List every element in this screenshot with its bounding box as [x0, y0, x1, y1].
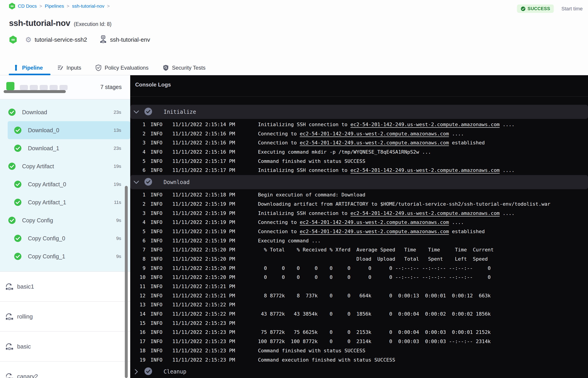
log-line-number: 2 [130, 200, 146, 209]
stage-duration: 9s [116, 218, 121, 223]
breadcrumb-link-pipeline-name[interactable]: ssh-tutorial-nov [72, 3, 105, 9]
log-level: INFO [150, 138, 167, 148]
log-line-number: 10 [130, 273, 146, 282]
breadcrumb-separator: > [107, 4, 110, 9]
log-line: 5INFO11/11/2022 2:15:17 PMCommand finish… [130, 157, 588, 166]
log-message: Executing command mkdir -p /tmp/WYQNESE_… [258, 148, 431, 157]
log-line: 2INFO11/11/2022 2:15:16 PMConnecting to … [130, 129, 588, 138]
log-message: 0 0 0 0 0 0 0 0 --:--:-- --:--:-- --:--:… [258, 273, 491, 282]
log-host-link[interactable]: ec2-54-201-142-249.us-west-2.compute.ama… [300, 219, 449, 225]
log-host-link[interactable]: ec2-54-201-142-249.us-west-2.compute.ama… [350, 167, 500, 173]
section-toggle[interactable] [133, 369, 139, 375]
log-line: 7INFO11/11/2022 2:15:20 PM % Total % Rec… [130, 245, 588, 255]
pipeline-item-basic[interactable]: basic [0, 332, 130, 362]
stage-row-download-0[interactable]: Download_013s [8, 121, 130, 139]
policy-shield-icon [95, 64, 101, 71]
log-level: INFO [150, 264, 167, 273]
log-timestamp: 11/11/2022 2:15:20 PM [172, 255, 251, 264]
tab-pipeline[interactable]: Pipeline [13, 65, 43, 71]
status-badge: SUCCESS [517, 4, 554, 13]
log-line-number: 19 [130, 355, 146, 365]
log-line: 15INFO11/11/2022 2:15:23 PM [130, 319, 588, 328]
log-host-link[interactable]: ec2-54-201-142-249.us-west-2.compute.ama… [350, 122, 500, 127]
breadcrumb-separator: > [67, 4, 69, 9]
log-message: Begin execution of command: Download [258, 190, 365, 200]
tab-policy-evaluations[interactable]: Policy Evaluations [95, 64, 148, 71]
log-section-cleanup[interactable]: Cleanup [130, 364, 588, 378]
log-level: INFO [150, 166, 167, 175]
log-section-title: Download [163, 179, 190, 185]
log-timestamp: 11/11/2022 2:15:16 PM [172, 148, 251, 157]
step-success-icon [144, 108, 152, 116]
stage-row-copy-config-1[interactable]: Copy Config_19s [8, 247, 130, 265]
pipeline-name: basic [17, 343, 31, 350]
tab-security-tests[interactable]: Security Tests [163, 64, 205, 71]
section-status [144, 367, 152, 376]
stage-row-download[interactable]: Download23s [8, 103, 130, 121]
log-timestamp: 11/11/2022 2:15:17 PM [172, 166, 251, 175]
log-line-number: 14 [130, 310, 146, 319]
stage-row-copy-artifact-1[interactable]: Copy Artifact_111s [8, 193, 130, 211]
stage-name: Download_0 [28, 127, 59, 134]
service-name[interactable]: tutorial-service-ssh2 [35, 36, 87, 43]
pipeline-item-rolling[interactable]: rolling [0, 302, 130, 332]
breadcrumb-link-cd-docs[interactable]: CD Docs [18, 3, 37, 9]
minimap-stage-pending [30, 85, 38, 90]
log-message: 8 8772k 8 737k 0 0 664k 0 0:00:13 0:00:0… [258, 291, 491, 300]
environment-icon [100, 35, 107, 44]
breadcrumb: ∞ CD Docs > Pipelines > ssh-tutorial-nov… [9, 3, 110, 10]
pipeline-item-basic1[interactable]: basic1 [0, 272, 130, 302]
stage-row-copy-config-0[interactable]: Copy Config_09s [8, 229, 130, 247]
stage-name: Copy Config_1 [28, 253, 65, 260]
log-line-number: 3 [130, 209, 146, 218]
stage-row-copy-config[interactable]: Copy Config9s [8, 211, 130, 229]
log-message: Connecting to ec2-54-201-142-249.us-west… [258, 129, 464, 138]
log-line: 4INFO11/11/2022 2:15:16 PMExecuting comm… [130, 148, 588, 157]
log-host-link[interactable]: ec2-54-201-142-249.us-west-2.compute.ama… [350, 210, 500, 216]
sidebar-scrollbar[interactable] [125, 186, 128, 378]
log-line: 8INFO11/11/2022 2:15:20 PM Dload Upload … [130, 255, 588, 264]
log-line: 14INFO11/11/2022 2:15:22 PM 43 8772k 43 … [130, 310, 588, 319]
stage-row-copy-artifact-0[interactable]: Copy Artifact_019s [8, 175, 130, 193]
minimap-scrollbar[interactable] [4, 90, 66, 93]
stage-row-copy-artifact[interactable]: Copy Artifact19s [8, 157, 130, 175]
success-check-icon [521, 6, 526, 11]
log-host-link[interactable]: ec2-54-201-142-249.us-west-2.compute.ama… [300, 131, 449, 136]
log-timestamp: 11/11/2022 2:15:22 PM [172, 300, 251, 310]
stage-duration: 9s [116, 254, 121, 259]
log-host-link[interactable]: ec2-54-201-142-249.us-west-2.compute.ama… [300, 140, 449, 146]
stage-duration: 9s [116, 236, 121, 241]
section-toggle[interactable] [133, 180, 139, 184]
log-message: Connection to ec2-54-201-142-249.us-west… [258, 227, 485, 236]
breadcrumb-link-pipelines[interactable]: Pipelines [45, 3, 64, 9]
minimap-stage-pending [50, 85, 58, 90]
log-timestamp: 11/11/2022 2:15:19 PM [172, 200, 251, 209]
log-timestamp: 11/11/2022 2:15:23 PM [172, 328, 251, 337]
log-line-number: 13 [130, 300, 146, 310]
log-message: Initializing SSH connection to ec2-54-20… [258, 120, 515, 129]
pipeline-item-canary2[interactable]: canary2 [0, 362, 130, 378]
log-message: Command finished with status SUCCESS [258, 157, 365, 166]
stage-duration: 11s [114, 200, 121, 205]
log-timestamp: 11/11/2022 2:15:16 PM [172, 129, 251, 138]
service-env-row: ∞ ⚙ tutorial-service-ssh2 ssh-tutorial-e… [10, 35, 150, 44]
console-logs-title: Console Logs [135, 81, 171, 88]
log-timestamp: 11/11/2022 2:15:20 PM [172, 264, 251, 273]
log-message: Executing command ... [258, 236, 321, 245]
log-line: 16INFO11/11/2022 2:15:23 PM 75 8772k 75 … [130, 328, 588, 337]
log-level: INFO [150, 328, 167, 337]
log-section-download[interactable]: Download [130, 175, 588, 189]
log-level: INFO [150, 218, 167, 227]
log-message: Initializing SSH connection to ec2-54-20… [258, 209, 515, 218]
tab-inputs[interactable]: Inputs [57, 65, 81, 71]
log-section-title: Cleanup [163, 368, 186, 375]
section-toggle[interactable] [133, 110, 139, 114]
stage-success-icon [14, 253, 22, 260]
log-level: INFO [150, 200, 167, 209]
stages-sidebar: 7 stages Download23sDownload_013sDownloa… [0, 75, 130, 378]
step-success-icon [144, 178, 152, 186]
stage-row-download-1[interactable]: Download_123s [8, 139, 130, 157]
log-host-link[interactable]: ec2-54-201-142-249.us-west-2.compute.ama… [300, 229, 449, 234]
environment-name[interactable]: ssh-tutorial-env [110, 36, 150, 43]
log-section-initialize[interactable]: Initialize [130, 105, 588, 119]
